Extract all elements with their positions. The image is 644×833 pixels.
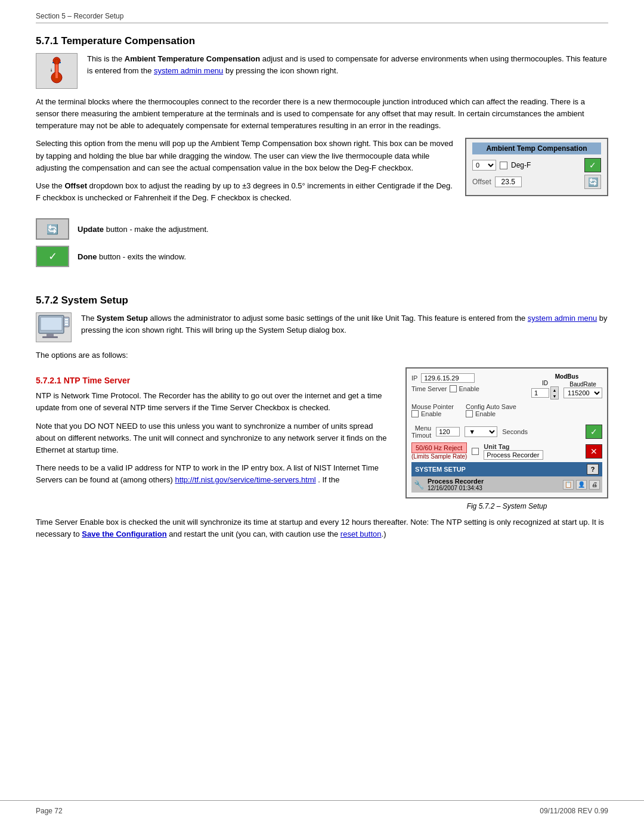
section-571-body2-block: Ambient Temp Compensation 0 Deg-F ✓ Offs… [36,138,608,210]
system-setup-icon [36,312,72,342]
done-button-desc: Done button - exits the window. [78,252,186,261]
timeserver-checkbox[interactable] [450,385,457,392]
amb-temp-title: Ambient Temp Compensation [472,143,601,154]
section-5721-title: 5.7.2.1 NTP Time Server [36,376,394,385]
modbus-id-spinner[interactable]: ▲ ▼ [550,386,559,400]
update-button-icon[interactable]: 🔄 [36,218,69,240]
amb-degf-label: Deg-F [511,161,531,169]
hz-reject-checkbox[interactable] [472,448,479,455]
section-571-body1: At the terminal blocks where the thermoc… [36,96,608,132]
reset-button-link[interactable]: reset button [340,529,382,538]
svg-rect-2 [52,62,54,63]
status-btn-1[interactable]: 📋 [563,480,574,490]
amb-refresh-button[interactable]: 🔄 [584,175,601,189]
red-x-button[interactable]: ✕ [586,444,602,459]
svg-rect-9 [47,334,54,336]
ambient-temp-compensation-box: Ambient Temp Compensation 0 Deg-F ✓ Offs… [465,138,608,196]
config-auto-save-checkbox[interactable] [466,410,473,417]
menu-timeout-unit-select[interactable]: ▼ [465,426,497,437]
update-button-row: 🔄 Update button - make the adjustment. [36,218,608,240]
amb-offset-label: Offset [472,178,491,186]
unit-tag-label: Unit Tag [484,443,581,450]
section-571-title: 5.7.1 Temperature Compensation [36,35,608,47]
baudrate-label: BaudRate [564,381,602,388]
modbus-id-label: ID [531,380,559,386]
modbus-title: ModBus [531,373,602,380]
baudrate-select[interactable]: 115200 [564,388,602,398]
modbus-section: ModBus ID ▲ ▼ [531,373,602,400]
mouse-pointer-checkbox[interactable] [411,410,419,417]
svg-rect-13 [65,321,68,323]
svg-rect-8 [41,317,62,330]
mouse-pointer-enable: Enable [421,410,441,417]
section-572-title: 5.7.2 System Setup [36,295,608,306]
status-btn-2[interactable]: 👤 [576,480,587,490]
status-process-recorder: Process Recorder [428,478,484,485]
section-572-intro: The System Setup allows the administrato… [36,312,608,342]
hz-reject-group: 50/60 Hz Reject (Limits Sample Rate) [411,442,467,460]
unit-tag-group: Unit Tag [484,443,581,460]
done-button-icon[interactable]: ✓ [36,246,69,267]
unit-tag-input[interactable] [484,450,543,460]
timeserver-label: Time Server [411,385,447,392]
system-setup-bar: SYSTEM SETUP ? [411,462,602,476]
config-auto-save-group: Config Auto Save Enable [466,403,516,421]
temp-comp-icon: 🌡 [36,53,78,89]
svg-rect-12 [65,319,68,320]
config-auto-save-enable: Enable [475,410,496,417]
system-setup-title: SYSTEM SETUP [415,466,466,473]
ntp-body1: NTP is Network Time Protocol. The Record… [36,390,394,414]
amb-check-button[interactable]: ✓ [584,158,601,172]
config-auto-save-label: Config Auto Save [466,403,516,410]
svg-rect-14 [65,324,68,325]
status-btn-3[interactable]: 🖨 [589,480,600,490]
limits-label: (Limits Sample Rate) [411,453,467,460]
svg-rect-3 [60,62,61,63]
mouse-pointer-label: Mouse Pointer [411,403,454,410]
section-571-intro: 🌡 This is the Ambient Temperature Compen… [36,53,608,89]
syssetup-box: IP Time Server Enable ModBus [405,367,608,498]
ip-label: IP [411,374,417,382]
mouse-pointer-group: Mouse Pointer Enable [411,403,454,421]
save-config-link[interactable]: Save the Configuration [82,529,166,538]
version-info: 09/11/2008 REV 0.99 [540,807,608,815]
svg-rect-5 [55,64,58,78]
ntp-body2: Note that you DO NOT NEED to use this un… [36,420,394,456]
page-number: Page 72 [36,807,63,815]
status-text-group: Process Recorder 12/16/2007 01:34:43 [428,478,484,491]
amb-offset-select[interactable]: 0 [472,160,496,171]
done-button-row: ✓ Done button - exits the window. [36,246,608,267]
ntp-section: 5.7.2.1 NTP Time Server NTP is Network T… [36,367,608,510]
section-571-intro-text: This is the Ambient Temperature Compensa… [87,53,608,89]
section-572-intro-text: The System Setup allows the administrato… [81,312,608,342]
system-admin-menu-link-2[interactable]: system admin menu [528,314,597,323]
amb-offset-value: 23.5 [495,176,522,187]
menu-timout-label: Menu [415,425,432,432]
ntp-body3: There needs to be a valid IP address for… [36,462,394,486]
fig-caption: Fig 5.7.2 – System Setup [405,502,608,510]
ip-input[interactable] [421,373,475,383]
menu-timout-label2: Timout [411,432,431,439]
help-button[interactable]: ? [587,464,599,475]
svg-rect-10 [42,336,58,338]
system-admin-menu-link-1[interactable]: system admin menu [154,66,223,75]
ntp-body4: Time Server Enable box is checked the un… [36,516,608,540]
options-text: The options are as follows: [36,349,608,361]
status-icon: 🔧 [414,480,424,490]
svg-text:🌡: 🌡 [49,68,54,72]
section-header: Section 5 – Recorder Setup [36,12,608,23]
modbus-id-input[interactable] [531,388,549,398]
timeserver-row: Time Server Enable [411,385,527,392]
green-check-btn[interactable]: ✓ [586,425,602,439]
menu-timeout-input[interactable] [436,427,460,436]
status-date: 12/16/2007 01:34:43 [428,485,484,491]
status-icon-group: 📋 👤 🖨 [563,480,600,490]
timeserver-enable-label: Enable [459,385,479,392]
seconds-label: Seconds [502,428,528,435]
system-setup-diagram: IP Time Server Enable ModBus [405,367,608,510]
amb-degf-checkbox[interactable] [500,162,507,169]
nist-link[interactable]: http://tf.nist.gov/service/time-servers.… [175,475,315,484]
update-button-desc: Update button - make the adjustment. [78,225,209,234]
status-bar: 🔧 Process Recorder 12/16/2007 01:34:43 📋… [411,476,602,493]
ntp-text-col: 5.7.2.1 NTP Time Server NTP is Network T… [36,367,394,510]
